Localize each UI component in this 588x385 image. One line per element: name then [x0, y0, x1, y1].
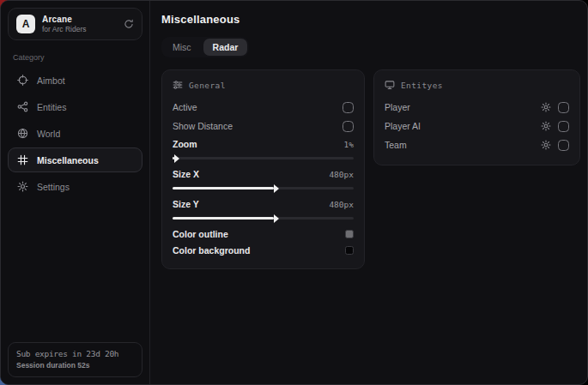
subscription-info: Sub expires in 23d 20h Session duration … — [8, 342, 142, 377]
general-panel-title: General — [189, 81, 226, 90]
entities-icon — [17, 101, 28, 112]
sidebar-item-label: Aimbot — [37, 75, 65, 86]
player-ai-checkbox[interactable] — [558, 121, 569, 132]
color-background-row: Color background — [173, 242, 354, 258]
sidebar-item-label: World — [37, 129, 60, 139]
show-distance-checkbox[interactable] — [342, 121, 354, 132]
show-distance-row: Show Distance — [173, 117, 354, 135]
zoom-slider-group: Zoom 1% — [173, 135, 354, 159]
size-y-value: 480px — [329, 200, 354, 209]
sidebar-item-aimbot[interactable]: Aimbot — [8, 68, 142, 93]
active-checkbox[interactable] — [342, 102, 354, 113]
sliders-icon — [173, 80, 183, 90]
sidebar-item-entities[interactable]: Entities — [8, 94, 142, 119]
grid-icon — [17, 154, 28, 165]
desktop: A Arcane for Arc Riders Category — [0, 0, 588, 385]
team-checkbox[interactable] — [558, 140, 569, 151]
size-x-slider-group: Size X 480px — [173, 165, 354, 189]
size-y-slider[interactable] — [173, 217, 354, 220]
size-x-value: 480px — [329, 170, 354, 179]
team-label: Team — [385, 140, 407, 150]
session-duration-text: Session duration 52s — [16, 361, 134, 370]
zoom-value: 1% — [344, 140, 354, 149]
size-x-label: Size X — [173, 169, 199, 179]
player-row: Player — [385, 98, 569, 117]
sidebar-item-label: Entities — [37, 102, 66, 112]
profile-card[interactable]: A Arcane for Arc Riders — [8, 8, 142, 40]
crosshair-icon — [17, 75, 28, 86]
active-row: Active — [173, 98, 354, 117]
sync-icon[interactable] — [124, 19, 134, 29]
page-title: Miscellaneous — [161, 13, 580, 26]
entities-panel: Entityes Player — [373, 69, 580, 165]
sidebar-item-settings[interactable]: Settings — [8, 174, 142, 199]
color-background-label: Color background — [173, 245, 250, 256]
app-name: Arcane — [42, 15, 87, 24]
globe-icon — [17, 128, 28, 139]
size-y-slider-handle[interactable] — [274, 214, 279, 223]
sidebar-item-world[interactable]: World — [8, 121, 142, 146]
sidebar-item-label: Settings — [37, 182, 70, 192]
sidebar-item-label: Miscellaneous — [37, 155, 99, 165]
app-subtitle: for Arc Riders — [42, 25, 87, 33]
size-x-slider[interactable] — [173, 187, 354, 189]
entities-panel-title: Entityes — [401, 81, 443, 90]
show-distance-label: Show Distance — [173, 121, 233, 131]
zoom-label: Zoom — [173, 139, 197, 149]
sidebar: A Arcane for Arc Riders Category — [1, 1, 150, 384]
color-outline-swatch[interactable] — [345, 230, 354, 238]
active-label: Active — [173, 102, 197, 112]
app-window: A Arcane for Arc Riders Category — [0, 0, 588, 385]
color-background-swatch[interactable] — [345, 246, 354, 255]
tab-radar[interactable]: Radar — [203, 39, 248, 56]
sub-expires-text: Sub expires in 23d 20h — [16, 349, 134, 358]
size-y-label: Size Y — [173, 199, 199, 209]
size-x-slider-handle[interactable] — [274, 184, 279, 193]
color-outline-label: Color outline — [173, 229, 228, 239]
color-outline-row: Color outline — [173, 226, 354, 242]
player-ai-label: Player AI — [385, 121, 421, 131]
app-logo: A — [16, 15, 35, 33]
sidebar-item-miscellaneous[interactable]: Miscellaneous — [8, 147, 142, 172]
tab-misc[interactable]: Misc — [163, 39, 201, 56]
player-checkbox[interactable] — [558, 102, 569, 113]
zoom-slider-handle[interactable] — [174, 154, 179, 163]
category-label: Category — [13, 53, 137, 62]
monitor-icon — [385, 80, 395, 90]
size-y-slider-group: Size Y 480px — [173, 196, 354, 220]
player-settings-gear-icon[interactable] — [541, 102, 551, 112]
general-panel: General Active Show Distance Zoom 1% — [161, 69, 365, 269]
tab-bar: Misc Radar — [161, 37, 249, 57]
player-ai-settings-gear-icon[interactable] — [541, 121, 551, 131]
player-label: Player — [385, 102, 410, 112]
main-content: Miscellaneous Misc Radar Gener — [150, 1, 588, 384]
player-ai-row: Player AI — [385, 117, 569, 135]
team-settings-gear-icon[interactable] — [541, 140, 551, 150]
team-row: Team — [385, 135, 569, 154]
gear-icon — [17, 181, 28, 192]
zoom-slider[interactable] — [173, 157, 354, 159]
sidebar-nav: Aimbot Entities — [8, 68, 142, 199]
